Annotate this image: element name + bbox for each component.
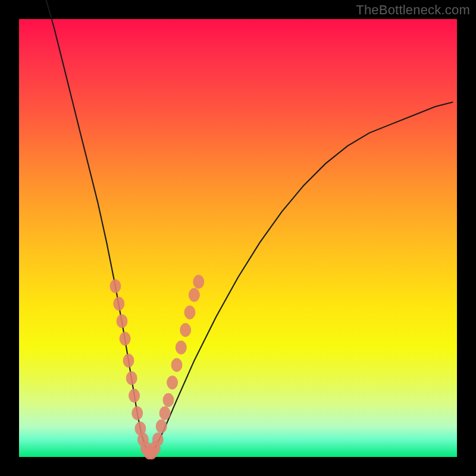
data-dot <box>167 376 178 390</box>
watermark-text: TheBottleneck.com <box>356 2 470 18</box>
data-dot <box>176 341 186 355</box>
data-dot <box>171 358 182 372</box>
data-dot <box>163 393 174 407</box>
data-dot <box>132 406 143 420</box>
data-dot <box>129 389 140 403</box>
plot-area <box>19 19 457 457</box>
data-dot <box>120 332 130 346</box>
data-dot <box>123 354 134 368</box>
data-dot <box>189 288 199 302</box>
data-dot <box>117 315 127 328</box>
data-dot <box>184 306 195 320</box>
data-dot <box>110 280 121 293</box>
chart-frame: TheBottleneck.com <box>0 0 476 476</box>
data-dot <box>156 419 167 433</box>
curve-svg <box>19 19 457 457</box>
data-dot <box>159 406 170 420</box>
data-dot <box>126 371 137 385</box>
data-dot <box>180 323 191 337</box>
data-dot <box>152 433 163 446</box>
data-dot <box>193 275 204 289</box>
data-dots <box>110 275 204 459</box>
data-dot <box>114 297 124 311</box>
bottleneck-curve <box>45 0 452 453</box>
